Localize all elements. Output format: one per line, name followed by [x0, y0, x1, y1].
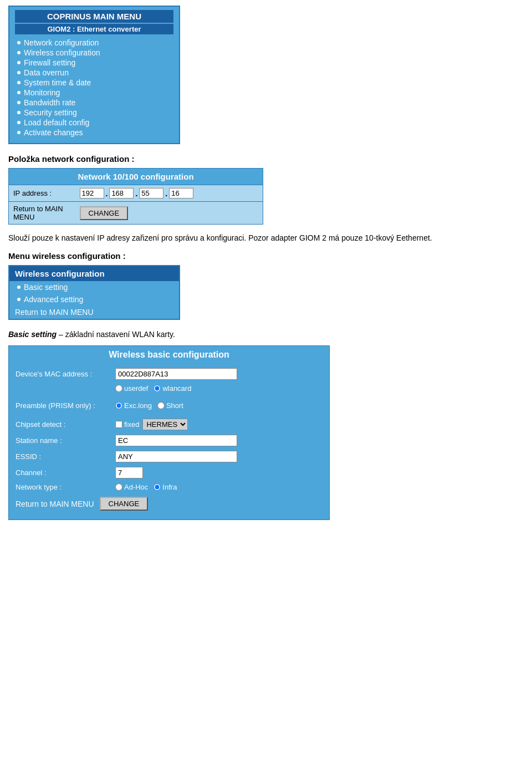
network-type-radio-group: Ad-Hoc Infra: [115, 483, 323, 491]
bullet-icon: [17, 51, 21, 54]
preamble-radio-group: Exc.long Short: [115, 401, 323, 410]
wireless-form-return-row: Return to MAIN MENU CHANGE: [9, 493, 329, 514]
preamble-label: Preamble (PRISM only) :: [16, 401, 115, 410]
basic-setting-bold: Basic setting: [8, 330, 57, 339]
mac-input[interactable]: [115, 368, 237, 380]
menu-item-monitoring[interactable]: Monitoring: [15, 88, 173, 98]
network-section-heading: Položka network configuration :: [8, 154, 524, 164]
preamble-short-label[interactable]: Short: [157, 401, 183, 410]
bullet-icon: [17, 61, 21, 64]
network-form-title: Network 10/100 configuration: [9, 169, 263, 185]
wireless-menu-basic[interactable]: Basic setting: [9, 281, 179, 293]
bullet-icon: [17, 41, 21, 44]
mac-wlancard-radio[interactable]: [154, 385, 161, 392]
network-return-label: Return to MAIN MENU: [9, 202, 75, 225]
infra-label[interactable]: Infra: [154, 483, 177, 491]
station-label: Station name :: [16, 436, 115, 445]
preamble-exclong-label[interactable]: Exc.long: [115, 401, 152, 410]
station-control: [115, 435, 323, 446]
ip-dot-1: .: [106, 189, 108, 198]
network-type-row: Network type : Ad-Hoc Infra: [9, 481, 329, 493]
network-type-label: Network type :: [16, 483, 115, 491]
mac-radio-row: userdef wlancard: [9, 382, 329, 395]
wireless-menu-advanced[interactable]: Advanced setting: [9, 293, 179, 305]
infra-radio[interactable]: [154, 483, 161, 491]
chipset-label: Chipset detect :: [16, 420, 115, 429]
bullet-icon: [17, 298, 21, 301]
main-menu-title: COPRINUS MAIN MENU: [15, 10, 173, 23]
wireless-return-link[interactable]: Return to MAIN MENU: [9, 305, 179, 319]
ip-octet-2[interactable]: [109, 188, 134, 198]
adhoc-label[interactable]: Ad-Hoc: [115, 483, 148, 491]
ip-octet-3[interactable]: [139, 188, 163, 198]
channel-input[interactable]: [115, 467, 143, 478]
ip-octet-4[interactable]: [169, 188, 193, 198]
essid-row: ESSID :: [9, 449, 329, 465]
ip-dot-2: .: [135, 189, 137, 198]
network-change-button[interactable]: CHANGE: [80, 206, 129, 220]
menu-item-activate[interactable]: Activate changes: [15, 128, 173, 137]
basic-setting-description: Basic setting – základní nastavení WLAN …: [8, 330, 524, 339]
bullet-icon: [17, 121, 21, 124]
essid-label: ESSID :: [16, 452, 115, 461]
wireless-form-title: Wireless basic configuration: [9, 346, 329, 364]
mac-userdef-label[interactable]: userdef: [115, 384, 148, 393]
mac-wlancard-label[interactable]: wlancard: [154, 384, 191, 393]
preamble-short-radio[interactable]: [157, 402, 165, 409]
wireless-menu-title: Wireless configuration: [9, 266, 179, 281]
channel-label: Channel :: [16, 468, 115, 477]
menu-item-system-time[interactable]: System time & date: [15, 78, 173, 88]
menu-item-security[interactable]: Security setting: [15, 108, 173, 118]
network-change-cell: CHANGE: [75, 202, 263, 225]
station-row: Station name :: [9, 432, 329, 449]
mac-userdef-radio[interactable]: [115, 385, 122, 392]
bullet-icon: [17, 81, 21, 84]
station-input[interactable]: [115, 435, 237, 446]
menu-item-data-overrun[interactable]: Data overrun: [15, 68, 173, 78]
channel-row: Channel :: [9, 465, 329, 481]
adhoc-radio[interactable]: [115, 483, 122, 491]
chipset-fixed-label[interactable]: fixed: [115, 420, 139, 429]
preamble-exclong-radio[interactable]: [115, 402, 122, 409]
menu-item-firewall[interactable]: Firewall setting: [15, 58, 173, 68]
wireless-change-button[interactable]: CHANGE: [100, 497, 149, 511]
chipset-select[interactable]: HERMES PRISM ATMEL: [142, 419, 188, 430]
wireless-menu: Wireless configuration Basic setting Adv…: [8, 265, 180, 320]
wireless-form-return-label: Return to MAIN MENU: [16, 500, 94, 508]
network-config-table: Network 10/100 configuration IP address …: [8, 168, 263, 225]
ip-dot-3: .: [165, 189, 167, 198]
bullet-icon: [17, 286, 21, 289]
bullet-icon: [17, 131, 21, 134]
ip-octet-1[interactable]: [80, 188, 104, 198]
bullet-icon: [17, 91, 21, 94]
main-menu: COPRINUS MAIN MENU GIOM2 : Ethernet conv…: [8, 6, 180, 144]
wireless-section-heading: Menu wireless configuration :: [8, 251, 524, 261]
wireless-basic-form: Wireless basic configuration Device's MA…: [8, 345, 330, 520]
network-description: Slouží pouze k nastavení IP adresy zařiz…: [8, 233, 524, 242]
menu-item-network[interactable]: Network configuration: [15, 38, 173, 48]
menu-item-load-default[interactable]: Load default config: [15, 118, 173, 128]
essid-input[interactable]: [115, 451, 237, 462]
bullet-icon: [17, 101, 21, 104]
chipset-fixed-checkbox[interactable]: [115, 421, 122, 428]
menu-item-wireless[interactable]: Wireless configuration: [15, 48, 173, 58]
preamble-row: Preamble (PRISM only) : Exc.long Short: [9, 399, 329, 412]
basic-setting-rest: – základní nastavení WLAN karty.: [57, 330, 175, 339]
chipset-control: fixed HERMES PRISM ATMEL: [115, 419, 323, 430]
mac-control: [115, 368, 323, 380]
mac-radio-group: userdef wlancard: [115, 384, 323, 393]
ip-address-label: IP address :: [9, 185, 75, 202]
bullet-icon: [17, 111, 21, 114]
essid-control: [115, 451, 323, 462]
mac-label: Device's MAC address :: [16, 370, 115, 378]
main-menu-subtitle: GIOM2 : Ethernet converter: [15, 24, 173, 34]
mac-row: Device's MAC address :: [9, 366, 329, 382]
menu-item-bandwidth[interactable]: Bandwidth rate: [15, 98, 173, 108]
bullet-icon: [17, 71, 21, 74]
chipset-row: Chipset detect : fixed HERMES PRISM ATME…: [9, 416, 329, 432]
ip-address-fields: . . .: [75, 185, 263, 202]
channel-control: [115, 467, 323, 478]
